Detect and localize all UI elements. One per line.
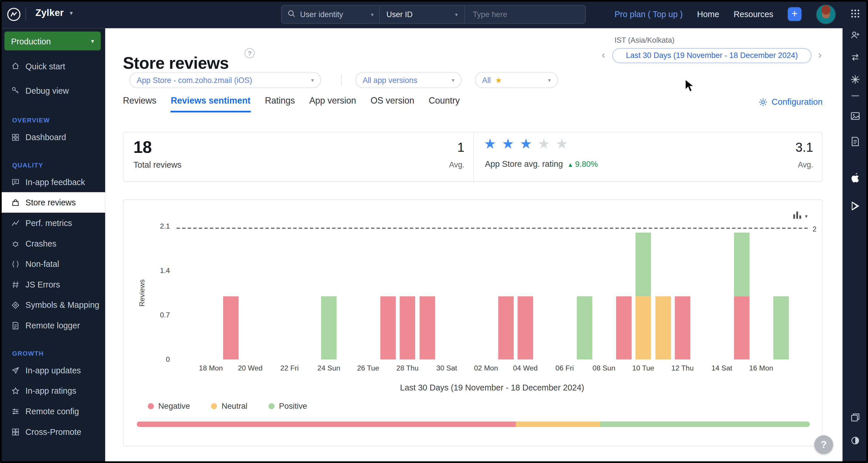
tab-ratings[interactable]: Ratings — [265, 96, 295, 112]
feedback-icon — [11, 177, 20, 186]
sidebar-item-js-errors[interactable]: JS Errors — [0, 274, 105, 295]
legend-dot — [269, 403, 275, 409]
y-tick-label: 0 — [146, 355, 170, 364]
chevron-down-icon: ▾ — [91, 37, 94, 45]
chart-bar-day-16[interactable] — [518, 296, 533, 359]
bar-chart-icon — [793, 211, 802, 221]
sidebar-item-label: Non-fatal — [26, 259, 59, 268]
sidebar-item-quick-start[interactable]: Quick start — [0, 54, 105, 78]
sidebar-item-label: Cross-Promote — [26, 427, 82, 436]
filter-dropdown-app-store-com-zoho-zmail-ios[interactable]: App Store - com.zoho.zmail (iOS)▾ — [130, 72, 321, 88]
store-reviews-icon — [11, 198, 20, 207]
sidebar-item-remote-logger[interactable]: Remote logger — [0, 315, 105, 336]
config-icon — [11, 407, 20, 416]
x-tick-label: 12 Thu — [665, 364, 700, 372]
sidebar-item-dashboard[interactable]: Dashboard — [0, 127, 105, 147]
sidebar-section-quality: QUALITY — [0, 158, 105, 172]
sidebar-item-cross-promote[interactable]: Cross-Promote — [0, 422, 105, 442]
tab-reviews[interactable]: Reviews — [123, 96, 156, 112]
non-fatal-icon — [11, 259, 20, 268]
tab-app-version[interactable]: App version — [309, 96, 356, 112]
sidebar-item-in-app-feedback[interactable]: In-app feedback — [0, 172, 105, 192]
apps-grid-icon[interactable] — [850, 9, 860, 21]
configuration-link[interactable]: Configuration — [758, 97, 823, 107]
windows-copy-icon[interactable] — [850, 412, 861, 425]
sentiment-distribution-bar — [137, 422, 810, 427]
chart-bar-day-19[interactable] — [577, 296, 592, 359]
date-range-next-icon[interactable]: › — [818, 48, 822, 63]
x-tick-label: 06 Fri — [547, 364, 582, 372]
sidebar-item-perf-metrics[interactable]: Perf. metrics — [0, 213, 105, 233]
chevron-down-icon[interactable]: ▾ — [70, 9, 73, 17]
home-link[interactable]: Home — [697, 9, 719, 19]
chevron-down-icon: ▾ — [542, 77, 551, 83]
pro-plan-link[interactable]: Pro plan ( Top up ) — [615, 9, 683, 19]
sidebar: Production ▾ Quick startDebug viewOVERVI… — [0, 28, 105, 463]
search-field-dropdown[interactable]: User ID ▾ — [379, 5, 464, 23]
resources-link[interactable]: Resources — [734, 9, 774, 19]
sidebar-item-in-app-updates[interactable]: In-app updates — [0, 360, 105, 381]
sidebar-item-remote-config[interactable]: Remote config — [0, 401, 105, 422]
chart-bar-day-21[interactable] — [616, 296, 631, 359]
x-tick-label: 20 Wed — [232, 364, 268, 372]
search-scope-dropdown[interactable]: User identity ▾ — [282, 5, 379, 23]
chart-bar-day-27[interactable] — [734, 233, 749, 359]
logger-icon — [11, 321, 20, 330]
search-scope-label: User identity — [300, 10, 343, 19]
sidebar-item-crashes[interactable]: Crashes — [0, 233, 105, 254]
chart-bar-day-22[interactable] — [636, 233, 651, 359]
distribution-segment-negative — [137, 422, 516, 427]
chart-bar-day-29[interactable] — [773, 296, 788, 359]
integrations-icon[interactable] — [850, 74, 861, 87]
x-tick-label: 22 Fri — [272, 364, 307, 372]
star-empty-icon: ★ — [556, 136, 574, 151]
report-doc-icon[interactable] — [850, 136, 860, 149]
gallery-icon[interactable] — [850, 111, 861, 123]
google-play-icon[interactable] — [850, 200, 861, 214]
add-button[interactable]: + — [788, 7, 802, 21]
chart-bar-day-24[interactable] — [675, 296, 690, 359]
filter-dropdown-all[interactable]: All★▾ — [475, 72, 558, 88]
chart-bar-day-10[interactable] — [400, 296, 415, 359]
theme-toggle-icon[interactable] — [850, 435, 861, 448]
tab-os-version[interactable]: OS version — [371, 96, 414, 112]
help-button[interactable]: ? — [814, 435, 833, 454]
project-name[interactable]: Zylker — [35, 8, 64, 19]
distribution-segment-positive — [600, 422, 810, 427]
sidebar-item-label: Dashboard — [26, 132, 66, 142]
transfer-arrows-icon[interactable] — [850, 52, 861, 65]
search-input[interactable] — [472, 9, 579, 19]
chevron-down-icon: ▾ — [455, 11, 458, 18]
environment-dropdown[interactable]: Production ▾ — [4, 32, 101, 51]
filter-dropdown-all-app-versions[interactable]: All app versions▾ — [355, 72, 462, 88]
sidebar-item-in-app-ratings[interactable]: In-app ratings — [0, 381, 105, 401]
chart-bar-day-9[interactable] — [380, 296, 396, 359]
tabs: ReviewsReviews sentimentRatingsApp versi… — [123, 96, 460, 112]
chart-bar-day-23[interactable] — [655, 296, 671, 359]
sidebar-item-non-fatal[interactable]: Non-fatal — [0, 254, 105, 274]
apple-icon[interactable] — [850, 172, 861, 186]
x-tick-label: 24 Sun — [311, 364, 346, 372]
rating-change-badge: 9.80% — [567, 159, 598, 168]
sidebar-item-store-reviews[interactable]: Store reviews — [0, 192, 105, 213]
tab-country[interactable]: Country — [429, 96, 460, 112]
sidebar-item-debug-view[interactable]: Debug view — [0, 78, 105, 103]
chart-bar-day-6[interactable] — [321, 296, 336, 359]
chart-bar-day-1[interactable] — [223, 296, 238, 359]
date-range-selector[interactable]: Last 30 Days (19 November - 18 December … — [612, 48, 811, 63]
user-avatar[interactable] — [816, 4, 836, 24]
chart-legend: NegativeNeutralPositive — [148, 402, 307, 410]
help-badge[interactable]: ? — [245, 48, 254, 58]
app-logo-icon[interactable] — [6, 7, 22, 24]
users-icon[interactable] — [850, 30, 861, 42]
stats-card: 18 Total reviews 1 Avg. ★★★★★ App Store … — [123, 132, 823, 182]
chart-bar-day-11[interactable] — [419, 296, 435, 359]
chart-bar-day-15[interactable] — [498, 296, 514, 359]
top-up-label[interactable]: ( Top up ) — [648, 9, 682, 19]
sidebar-item-symbols-mapping[interactable]: Symbols & Mapping — [0, 295, 105, 315]
rating-avg-value: 3.1 — [796, 140, 813, 155]
chart-type-selector[interactable]: ▾ — [793, 211, 808, 221]
tab-reviews-sentiment[interactable]: Reviews sentiment — [171, 96, 250, 112]
collapse-handle-icon[interactable] — [851, 95, 859, 96]
date-range-prev-icon[interactable]: ‹ — [602, 48, 605, 63]
